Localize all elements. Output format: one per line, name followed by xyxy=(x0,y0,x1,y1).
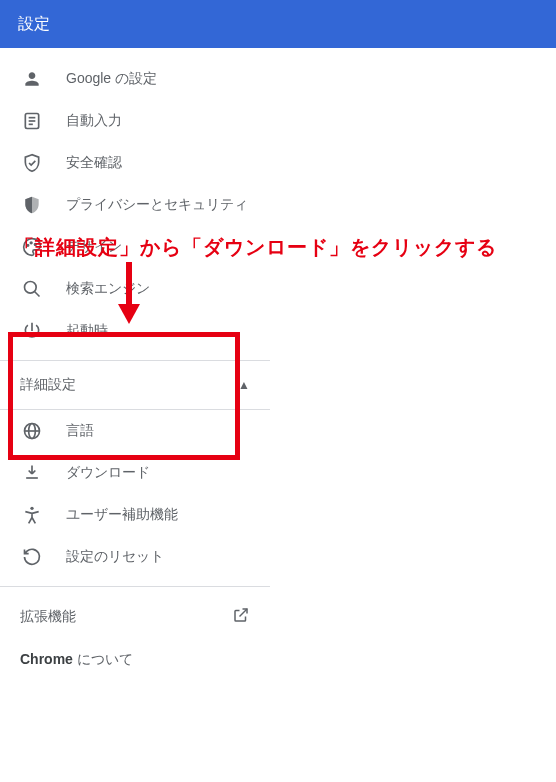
advanced-label: 詳細設定 xyxy=(20,376,76,394)
menu-item-on-startup[interactable]: 起動時 xyxy=(0,310,270,352)
power-icon xyxy=(20,319,44,343)
menu-item-label: 設定のリセット xyxy=(66,548,164,566)
menu-item-privacy[interactable]: プライバシーとセキュリティ xyxy=(0,184,270,226)
shield-lock-icon xyxy=(20,193,44,217)
accessibility-icon xyxy=(20,503,44,527)
advanced-section-header[interactable]: 詳細設定 ▲ xyxy=(0,360,270,410)
menu-item-label: プライバシーとセキュリティ xyxy=(66,196,248,214)
header-title: 設定 xyxy=(18,14,50,35)
download-icon xyxy=(20,461,44,485)
menu-item-downloads[interactable]: ダウンロード xyxy=(0,452,270,494)
svg-point-7 xyxy=(25,282,37,294)
restore-icon xyxy=(20,545,44,569)
menu-item-safety-check[interactable]: 安全確認 xyxy=(0,142,270,184)
menu-item-label: 起動時 xyxy=(66,322,108,340)
menu-item-language[interactable]: 言語 xyxy=(0,410,270,452)
menu-item-label: ユーザー補助機能 xyxy=(66,506,178,524)
person-icon xyxy=(20,67,44,91)
menu-item-label: 言語 xyxy=(66,422,94,440)
chevron-up-icon: ▲ xyxy=(238,378,250,392)
search-icon xyxy=(20,277,44,301)
annotation-text: 「詳細設定」から「ダウンロード」をクリックする xyxy=(14,234,497,261)
divider xyxy=(0,586,270,587)
extensions-label: 拡張機能 xyxy=(20,608,76,626)
svg-line-8 xyxy=(35,292,40,297)
menu-item-label: Google の設定 xyxy=(66,70,157,88)
settings-header: 設定 xyxy=(0,0,556,48)
menu-item-autofill[interactable]: 自動入力 xyxy=(0,100,270,142)
menu-item-label: 安全確認 xyxy=(66,154,122,172)
svg-point-14 xyxy=(30,507,33,510)
menu-item-label: 自動入力 xyxy=(66,112,122,130)
external-link-icon xyxy=(232,606,250,628)
menu-item-google[interactable]: Google の設定 xyxy=(0,58,270,100)
about-suffix: について xyxy=(77,651,133,667)
menu-item-accessibility[interactable]: ユーザー補助機能 xyxy=(0,494,270,536)
shield-check-icon xyxy=(20,151,44,175)
menu-item-label: 検索エンジン xyxy=(66,280,150,298)
menu-item-about[interactable]: Chrome について xyxy=(0,639,270,681)
menu-item-label: ダウンロード xyxy=(66,464,150,482)
autofill-icon xyxy=(20,109,44,133)
menu-item-search-engine[interactable]: 検索エンジン xyxy=(0,268,270,310)
menu-item-reset[interactable]: 設定のリセット xyxy=(0,536,270,578)
about-prefix: Chrome xyxy=(20,651,77,667)
menu-item-extensions[interactable]: 拡張機能 xyxy=(0,595,270,639)
globe-icon xyxy=(20,419,44,443)
settings-menu: Google の設定 自動入力 安全確認 プライバシーとセキュリティ デザイン … xyxy=(0,48,270,681)
